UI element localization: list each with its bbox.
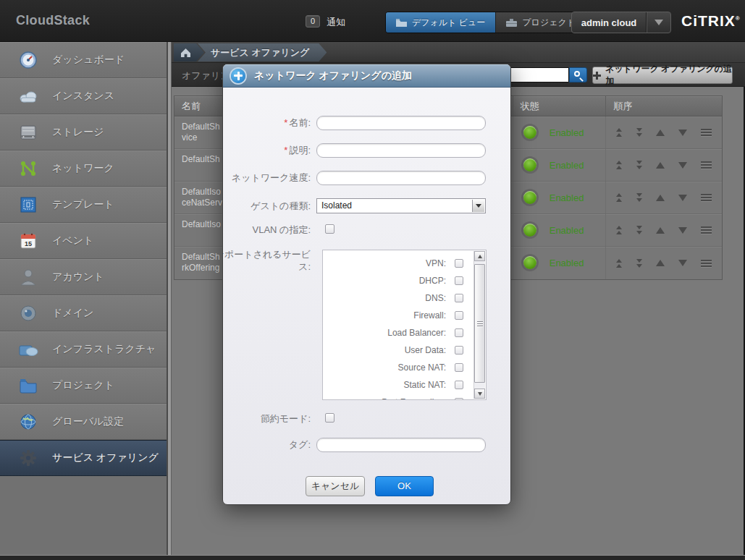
- description-field[interactable]: [316, 143, 486, 158]
- column-order: 順序: [605, 96, 722, 116]
- drag-handle-icon[interactable]: [701, 260, 712, 267]
- sidebar-nav: ダッシュボード インスタンス ストレージ ネットワーク テンプレート 15 イベ…: [0, 42, 167, 560]
- move-down-icon[interactable]: [678, 227, 687, 234]
- guest-type-select[interactable]: Isolated: [316, 198, 486, 213]
- sphere-icon: [16, 304, 41, 323]
- folder-icon: [16, 376, 41, 395]
- offering-order-controls: [605, 116, 722, 148]
- sidebar-item-instances[interactable]: インスタンス: [0, 78, 167, 114]
- top-header: CloudStack 0 通知 デフォルト ビュー プロジェクト ビュー adm…: [0, 0, 745, 42]
- vlan-checkbox[interactable]: [325, 224, 334, 234]
- move-bottom-icon[interactable]: [636, 128, 642, 137]
- status-dot-icon: [523, 126, 536, 139]
- vpn-checkbox[interactable]: [455, 259, 463, 268]
- triangle-up-icon: [478, 255, 482, 258]
- move-bottom-icon[interactable]: [636, 161, 642, 169]
- user-data-checkbox[interactable]: [455, 346, 463, 355]
- move-up-icon[interactable]: [656, 195, 665, 201]
- user-menu-caret[interactable]: [647, 20, 670, 25]
- offering-order-controls: [605, 149, 722, 181]
- sidebar-item-events[interactable]: 15 イベント: [0, 223, 167, 259]
- notification-label[interactable]: 通知: [327, 16, 345, 29]
- move-top-icon[interactable]: [616, 161, 622, 169]
- source-nat-checkbox[interactable]: [455, 363, 463, 372]
- move-down-icon[interactable]: [678, 260, 687, 266]
- service-row: DHCP:: [323, 272, 473, 289]
- drag-handle-icon[interactable]: [701, 226, 712, 234]
- move-top-icon[interactable]: [616, 128, 622, 137]
- move-up-icon[interactable]: [656, 130, 665, 136]
- plus-icon: [593, 72, 600, 80]
- add-network-offering-dialog: ネットワーク オファリングの追加 *名前: *説明: ネットワーク速度: ゲスト…: [222, 64, 511, 505]
- triangle-down-icon: [478, 392, 482, 396]
- scroll-down-button[interactable]: [474, 389, 485, 399]
- cancel-button[interactable]: キャンセル: [306, 476, 365, 496]
- default-view-button[interactable]: デフォルト ビュー: [386, 12, 495, 33]
- services-scrollbar[interactable]: [473, 251, 485, 399]
- move-down-icon[interactable]: [678, 195, 687, 201]
- name-field[interactable]: [316, 116, 486, 130]
- sidebar-item-templates[interactable]: テンプレート: [0, 187, 167, 223]
- move-top-icon[interactable]: [616, 193, 622, 202]
- move-up-icon[interactable]: [656, 162, 665, 169]
- network-nodes-icon: [16, 159, 41, 178]
- tags-field[interactable]: [316, 438, 486, 452]
- port-forwarding-checkbox[interactable]: [455, 398, 463, 400]
- firewall-checkbox[interactable]: [455, 311, 463, 320]
- static-nat-checkbox[interactable]: [455, 381, 463, 389]
- sidebar-item-infrastructure[interactable]: インフラストラクチャ: [0, 331, 167, 368]
- sidebar-item-projects[interactable]: プロジェクト: [0, 368, 167, 404]
- sidebar-item-accounts[interactable]: アカウント: [0, 259, 167, 295]
- dialog-titlebar: ネットワーク オファリングの追加: [223, 64, 510, 88]
- add-network-offering-button[interactable]: ネットワーク オファリングの追加: [592, 67, 733, 84]
- status-dot-icon: [523, 256, 536, 269]
- sidebar-item-network[interactable]: ネットワーク: [0, 150, 167, 187]
- move-up-icon[interactable]: [656, 260, 665, 266]
- status-badge: Enabled: [550, 160, 584, 171]
- sidebar-item-service-offerings[interactable]: サービス オファリング: [0, 440, 167, 476]
- network-rate-field[interactable]: [316, 171, 486, 185]
- sidebar-item-global-settings[interactable]: グローバル設定: [0, 404, 167, 440]
- drag-handle-icon[interactable]: [701, 194, 712, 201]
- add-icon: [231, 69, 245, 83]
- guest-type-value: Isolated: [321, 200, 352, 211]
- service-row: Source NAT:: [323, 359, 473, 376]
- scroll-up-button[interactable]: [474, 251, 485, 261]
- status-dot-icon: [523, 191, 536, 204]
- breadcrumb-current[interactable]: サービス オファリング: [198, 43, 327, 61]
- cloudstack-window: CloudStack 0 通知 デフォルト ビュー プロジェクト ビュー adm…: [0, 0, 745, 560]
- person-icon: [16, 268, 41, 287]
- status-badge: Enabled: [550, 225, 584, 236]
- drag-handle-icon[interactable]: [701, 129, 712, 136]
- infrastructure-icon: [16, 340, 41, 359]
- select-dropdown-button[interactable]: [472, 200, 484, 212]
- dhcp-checkbox[interactable]: [455, 276, 463, 285]
- user-menu-button[interactable]: admin cloud: [571, 12, 671, 33]
- service-row: Static NAT:: [323, 376, 473, 394]
- move-top-icon[interactable]: [616, 259, 622, 268]
- sidebar-item-domains[interactable]: ドメイン: [0, 295, 167, 331]
- breadcrumb-home[interactable]: [174, 43, 204, 61]
- description-label: *説明:: [284, 145, 311, 156]
- window-bottom-edge: [0, 555, 745, 560]
- move-down-icon[interactable]: [678, 162, 687, 169]
- notification-count-badge[interactable]: 0: [306, 15, 320, 27]
- move-bottom-icon[interactable]: [636, 226, 642, 234]
- move-bottom-icon[interactable]: [636, 193, 642, 202]
- drag-handle-icon[interactable]: [701, 161, 712, 169]
- dashboard-gauge-icon: [16, 51, 41, 69]
- dns-checkbox[interactable]: [455, 294, 463, 302]
- sidebar-item-storage[interactable]: ストレージ: [0, 114, 167, 150]
- offering-order-controls: [605, 214, 722, 246]
- registered-mark: ®: [736, 15, 741, 22]
- move-top-icon[interactable]: [616, 226, 622, 234]
- move-down-icon[interactable]: [678, 130, 687, 136]
- load-balancer-checkbox[interactable]: [455, 328, 463, 337]
- move-up-icon[interactable]: [656, 227, 665, 234]
- conserve-mode-checkbox[interactable]: [325, 413, 334, 423]
- sidebar-item-dashboard[interactable]: ダッシュボード: [0, 42, 167, 78]
- move-bottom-icon[interactable]: [636, 259, 642, 268]
- search-button[interactable]: [569, 67, 587, 82]
- scrollbar-thumb[interactable]: [474, 264, 485, 383]
- ok-button[interactable]: OK: [375, 476, 434, 496]
